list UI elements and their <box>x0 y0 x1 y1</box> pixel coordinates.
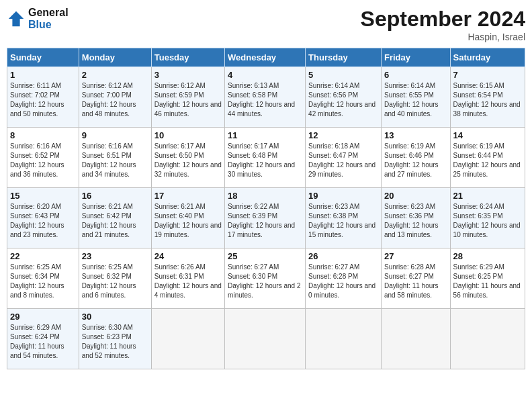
calendar-cell: 15 Sunrise: 6:20 AM Sunset: 6:43 PM Dayl… <box>7 188 79 248</box>
calendar-cell: 7 Sunrise: 6:15 AM Sunset: 6:54 PM Dayli… <box>450 67 525 128</box>
calendar-cell: 3 Sunrise: 6:12 AM Sunset: 6:59 PM Dayli… <box>151 67 224 128</box>
day-detail: Sunrise: 6:27 AM Sunset: 6:28 PM Dayligh… <box>308 263 378 300</box>
calendar-cell: 8 Sunrise: 6:16 AM Sunset: 6:52 PM Dayli… <box>7 128 79 188</box>
day-number: 28 <box>453 251 522 261</box>
calendar-cell <box>306 309 382 369</box>
day-detail: Sunrise: 6:17 AM Sunset: 6:50 PM Dayligh… <box>154 142 222 179</box>
day-number: 24 <box>154 251 222 261</box>
day-detail: Sunrise: 6:13 AM Sunset: 6:58 PM Dayligh… <box>228 81 302 119</box>
calendar-cell: 14 Sunrise: 6:19 AM Sunset: 6:44 PM Dayl… <box>450 128 525 188</box>
calendar-cell: 28 Sunrise: 6:29 AM Sunset: 6:25 PM Dayl… <box>450 248 525 309</box>
day-header: Thursday <box>306 48 382 67</box>
day-number: 23 <box>82 251 148 261</box>
day-detail: Sunrise: 6:12 AM Sunset: 6:59 PM Dayligh… <box>154 81 222 119</box>
day-number: 20 <box>384 191 447 201</box>
day-number: 27 <box>384 251 447 261</box>
day-header: Saturday <box>450 48 525 67</box>
calendar-header-row: SundayMondayTuesdayWednesdayThursdayFrid… <box>7 48 525 67</box>
day-number: 5 <box>308 70 378 80</box>
day-number: 18 <box>228 191 302 201</box>
calendar-week-row: 22 Sunrise: 6:25 AM Sunset: 6:34 PM Dayl… <box>7 248 525 309</box>
calendar-cell: 11 Sunrise: 6:17 AM Sunset: 6:48 PM Dayl… <box>225 128 306 188</box>
calendar-cell: 4 Sunrise: 6:13 AM Sunset: 6:58 PM Dayli… <box>225 67 306 128</box>
day-detail: Sunrise: 6:16 AM Sunset: 6:51 PM Dayligh… <box>82 142 148 179</box>
calendar-cell: 19 Sunrise: 6:23 AM Sunset: 6:38 PM Dayl… <box>306 188 382 248</box>
calendar-cell: 6 Sunrise: 6:14 AM Sunset: 6:55 PM Dayli… <box>381 67 450 128</box>
day-number: 13 <box>384 130 447 140</box>
page-header: General Blue September 2024 Haspin, Isra… <box>7 7 525 42</box>
day-detail: Sunrise: 6:21 AM Sunset: 6:40 PM Dayligh… <box>154 202 222 240</box>
day-detail: Sunrise: 6:16 AM Sunset: 6:52 PM Dayligh… <box>10 142 76 179</box>
day-number: 11 <box>228 130 302 140</box>
logo: General Blue <box>7 7 69 31</box>
calendar-cell: 2 Sunrise: 6:12 AM Sunset: 7:00 PM Dayli… <box>79 67 151 128</box>
day-detail: Sunrise: 6:26 AM Sunset: 6:31 PM Dayligh… <box>154 263 222 300</box>
day-number: 6 <box>384 70 447 80</box>
day-detail: Sunrise: 6:19 AM Sunset: 6:44 PM Dayligh… <box>453 142 522 179</box>
day-detail: Sunrise: 6:15 AM Sunset: 6:54 PM Dayligh… <box>453 81 522 119</box>
day-header: Sunday <box>7 48 79 67</box>
day-number: 21 <box>453 191 522 201</box>
calendar-week-row: 15 Sunrise: 6:20 AM Sunset: 6:43 PM Dayl… <box>7 188 525 248</box>
calendar-cell: 26 Sunrise: 6:27 AM Sunset: 6:28 PM Dayl… <box>306 248 382 309</box>
day-detail: Sunrise: 6:12 AM Sunset: 7:00 PM Dayligh… <box>82 81 148 119</box>
calendar-cell: 12 Sunrise: 6:18 AM Sunset: 6:47 PM Dayl… <box>306 128 382 188</box>
day-number: 9 <box>82 130 148 140</box>
day-detail: Sunrise: 6:14 AM Sunset: 6:55 PM Dayligh… <box>384 81 447 119</box>
logo-icon <box>7 9 26 28</box>
calendar-cell: 17 Sunrise: 6:21 AM Sunset: 6:40 PM Dayl… <box>151 188 224 248</box>
day-number: 15 <box>10 191 76 201</box>
logo-text: General Blue <box>28 7 69 31</box>
calendar-cell: 20 Sunrise: 6:23 AM Sunset: 6:36 PM Dayl… <box>381 188 450 248</box>
day-detail: Sunrise: 6:23 AM Sunset: 6:38 PM Dayligh… <box>308 202 378 240</box>
day-detail: Sunrise: 6:25 AM Sunset: 6:32 PM Dayligh… <box>82 263 148 300</box>
day-header: Friday <box>381 48 450 67</box>
day-detail: Sunrise: 6:14 AM Sunset: 6:56 PM Dayligh… <box>308 81 378 119</box>
calendar-cell <box>381 309 450 369</box>
calendar-cell: 27 Sunrise: 6:28 AM Sunset: 6:27 PM Dayl… <box>381 248 450 309</box>
calendar-cell: 21 Sunrise: 6:24 AM Sunset: 6:35 PM Dayl… <box>450 188 525 248</box>
calendar-cell: 18 Sunrise: 6:22 AM Sunset: 6:39 PM Dayl… <box>225 188 306 248</box>
day-detail: Sunrise: 6:28 AM Sunset: 6:27 PM Dayligh… <box>384 263 447 300</box>
day-header: Wednesday <box>225 48 306 67</box>
month-title: September 2024 <box>361 7 525 32</box>
calendar-cell: 24 Sunrise: 6:26 AM Sunset: 6:31 PM Dayl… <box>151 248 224 309</box>
calendar-cell: 10 Sunrise: 6:17 AM Sunset: 6:50 PM Dayl… <box>151 128 224 188</box>
day-detail: Sunrise: 6:20 AM Sunset: 6:43 PM Dayligh… <box>10 202 76 240</box>
day-header: Tuesday <box>151 48 224 67</box>
calendar-cell: 9 Sunrise: 6:16 AM Sunset: 6:51 PM Dayli… <box>79 128 151 188</box>
day-number: 12 <box>308 130 378 140</box>
calendar-week-row: 8 Sunrise: 6:16 AM Sunset: 6:52 PM Dayli… <box>7 128 525 188</box>
location: Haspin, Israel <box>361 32 525 42</box>
day-number: 29 <box>10 312 76 322</box>
calendar-cell: 23 Sunrise: 6:25 AM Sunset: 6:32 PM Dayl… <box>79 248 151 309</box>
day-detail: Sunrise: 6:17 AM Sunset: 6:48 PM Dayligh… <box>228 142 302 179</box>
day-detail: Sunrise: 6:29 AM Sunset: 6:25 PM Dayligh… <box>453 263 522 300</box>
calendar-week-row: 1 Sunrise: 6:11 AM Sunset: 7:02 PM Dayli… <box>7 67 525 128</box>
day-number: 1 <box>10 70 76 80</box>
day-number: 14 <box>453 130 522 140</box>
day-detail: Sunrise: 6:25 AM Sunset: 6:34 PM Dayligh… <box>10 263 76 300</box>
day-number: 4 <box>228 70 302 80</box>
day-detail: Sunrise: 6:11 AM Sunset: 7:02 PM Dayligh… <box>10 81 76 119</box>
day-number: 17 <box>154 191 222 201</box>
calendar-cell: 13 Sunrise: 6:19 AM Sunset: 6:46 PM Dayl… <box>381 128 450 188</box>
day-detail: Sunrise: 6:21 AM Sunset: 6:42 PM Dayligh… <box>82 202 148 240</box>
day-number: 8 <box>10 130 76 140</box>
day-detail: Sunrise: 6:18 AM Sunset: 6:47 PM Dayligh… <box>308 142 378 179</box>
day-detail: Sunrise: 6:19 AM Sunset: 6:46 PM Dayligh… <box>384 142 447 179</box>
calendar-cell: 16 Sunrise: 6:21 AM Sunset: 6:42 PM Dayl… <box>79 188 151 248</box>
calendar-cell <box>450 309 525 369</box>
calendar-cell: 5 Sunrise: 6:14 AM Sunset: 6:56 PM Dayli… <box>306 67 382 128</box>
day-number: 22 <box>10 251 76 261</box>
calendar-week-row: 29 Sunrise: 6:29 AM Sunset: 6:24 PM Dayl… <box>7 309 525 369</box>
calendar-cell: 30 Sunrise: 6:30 AM Sunset: 6:23 PM Dayl… <box>79 309 151 369</box>
day-detail: Sunrise: 6:24 AM Sunset: 6:35 PM Dayligh… <box>453 202 522 240</box>
calendar-table: SundayMondayTuesdayWednesdayThursdayFrid… <box>7 48 525 369</box>
day-number: 3 <box>154 70 222 80</box>
calendar-cell <box>225 309 306 369</box>
day-detail: Sunrise: 6:29 AM Sunset: 6:24 PM Dayligh… <box>10 323 76 361</box>
day-number: 10 <box>154 130 222 140</box>
day-number: 16 <box>82 191 148 201</box>
day-number: 7 <box>453 70 522 80</box>
